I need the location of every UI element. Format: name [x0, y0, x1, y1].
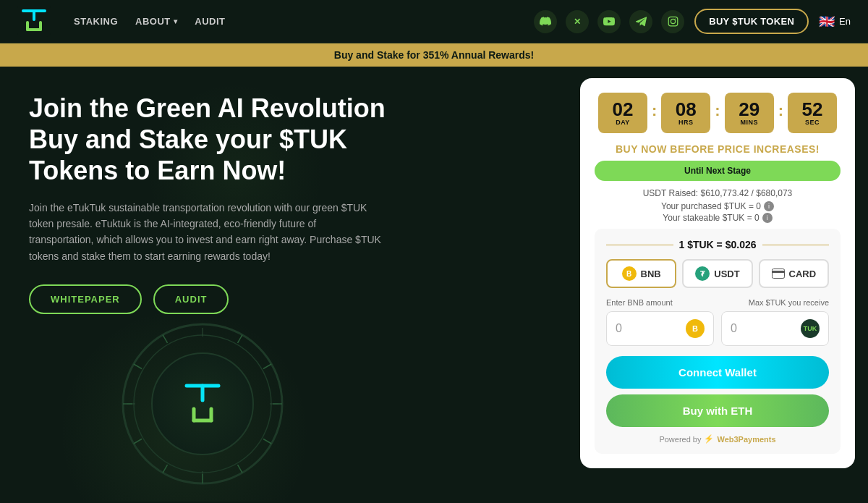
price-divider-left — [606, 245, 673, 245]
chevron-down-icon: ▾ — [174, 17, 178, 25]
purchased-info-icon[interactable]: i — [764, 201, 774, 211]
countdown-sep-1: : — [652, 101, 657, 120]
card-icon — [772, 269, 785, 279]
web3payments-link[interactable]: Web3Payments — [717, 435, 775, 444]
buy-with-eth-button[interactable]: Buy with ETH — [606, 394, 829, 427]
svg-line-25 — [134, 439, 142, 444]
svg-rect-29 — [772, 269, 784, 279]
countdown-days: 02 DAY — [598, 93, 647, 133]
banner-text: Buy and Stake for 351% Annual Rewards! — [334, 49, 534, 61]
tuk-input-box[interactable]: 0 TUK — [721, 311, 829, 346]
countdown-sep-3: : — [778, 101, 783, 120]
flag-icon: 🇬🇧 — [819, 14, 835, 30]
svg-point-17 — [152, 353, 253, 455]
widget-section: 02 DAY : 08 HRS : 29 MINS : 52 SEC — [579, 67, 868, 502]
buy-tuk-button[interactable]: BUY $TUK TOKEN — [694, 9, 809, 34]
purchased-tuk: Your purchased $TUK = 0 i — [595, 201, 841, 211]
usdt-icon: ₮ — [695, 266, 710, 281]
hero-section: Join the Green AI Revolution Buy and Sta… — [0, 67, 579, 502]
progress-bar: Until Next Stage — [595, 161, 841, 181]
bnb-input-icon: B — [686, 319, 705, 338]
nav-links: STAKING ABOUT ▾ AUDIT — [74, 16, 225, 27]
language-label: En — [839, 16, 851, 27]
nav-about[interactable]: ABOUT ▾ — [135, 16, 177, 27]
nav-staking[interactable]: STAKING — [74, 16, 118, 27]
countdown-secs: 52 SEC — [788, 93, 837, 133]
logo[interactable] — [17, 4, 51, 40]
nav-left: STAKING ABOUT ▾ AUDIT — [17, 4, 225, 40]
hero-title: Join the Green AI Revolution Buy and Sta… — [29, 93, 391, 187]
tuk-receive-label: Max $TUK you receive — [749, 298, 829, 307]
svg-line-21 — [263, 439, 271, 444]
countdown-mins-value: 29 — [739, 100, 760, 119]
tab-usdt[interactable]: ₮ USDT — [682, 259, 752, 288]
svg-line-28 — [163, 335, 168, 343]
countdown-days-label: DAY — [616, 119, 630, 126]
language-selector[interactable]: 🇬🇧 En — [819, 14, 851, 30]
bnb-input-box[interactable]: 0 B — [606, 311, 714, 346]
countdown-mins: 29 MINS — [725, 93, 774, 133]
twitter-x-icon[interactable]: ✕ — [566, 10, 589, 33]
countdown-hrs-value: 08 — [676, 100, 697, 119]
discord-icon[interactable] — [534, 10, 557, 33]
countdown-days-value: 02 — [613, 100, 634, 119]
bnb-icon: B — [622, 266, 637, 281]
powered-by: Powered by ⚡ Web3Payments — [606, 434, 829, 444]
announcement-banner: Buy and Stake for 351% Annual Rewards! — [0, 43, 868, 67]
stakeable-info-icon[interactable]: i — [762, 213, 773, 223]
raised-text: USDT Raised: $610,773.42 / $680,073 — [595, 188, 841, 198]
social-icons: ✕ — [534, 10, 684, 33]
input-labels: Enter BNB amount Max $TUK you receive — [606, 298, 829, 307]
countdown-hrs-label: HRS — [678, 119, 694, 126]
svg-line-27 — [134, 364, 142, 369]
price-label: 1 $TUK = $0.026 — [606, 239, 829, 250]
navbar: STAKING ABOUT ▾ AUDIT ✕ — [0, 0, 868, 43]
tuk-input-value: 0 — [731, 322, 737, 335]
presale-widget: 02 DAY : 08 HRS : 29 MINS : 52 SEC — [580, 78, 855, 468]
countdown-mins-label: MINS — [740, 119, 758, 126]
bnb-input-value: 0 — [616, 322, 622, 335]
main-content: Join the Green AI Revolution Buy and Sta… — [0, 67, 868, 502]
countdown-secs-value: 52 — [802, 100, 823, 119]
svg-line-24 — [163, 465, 168, 473]
instagram-icon[interactable] — [661, 10, 684, 33]
telegram-icon[interactable] — [629, 10, 652, 33]
buy-now-text: BUY NOW BEFORE PRICE INCREASES! — [595, 143, 841, 155]
price-divider-right — [762, 245, 830, 245]
connect-wallet-button[interactable]: Connect Wallet — [606, 356, 829, 389]
hero-description: Join the eTukTuk sustainable transportat… — [29, 200, 383, 265]
nav-right: ✕ BUY $TUK TOKEN 🇬🇧 — [534, 9, 851, 34]
svg-rect-30 — [772, 271, 785, 273]
svg-line-19 — [263, 364, 271, 369]
countdown-sep-2: : — [715, 101, 720, 120]
countdown-hrs: 08 HRS — [661, 93, 710, 133]
svg-point-3 — [675, 18, 676, 19]
token-tabs: B BNB ₮ USDT CARD — [606, 259, 829, 288]
svg-rect-1 — [668, 17, 678, 26]
youtube-icon[interactable] — [597, 10, 621, 33]
progress-label: Until Next Stage — [684, 166, 751, 176]
bnb-amount-label: Enter BNB amount — [606, 298, 673, 307]
nav-audit[interactable]: AUDIT — [195, 16, 225, 27]
inputs-row: 0 B 0 TUK — [606, 311, 829, 346]
tuk-input-icon: TUK — [801, 319, 820, 338]
countdown-timer: 02 DAY : 08 HRS : 29 MINS : 52 SEC — [595, 93, 841, 133]
stakeable-tuk: Your stakeable $TUK = 0 i — [595, 213, 841, 223]
web3-icon: ⚡ — [704, 434, 714, 444]
price-box: 1 $TUK = $0.026 B BNB ₮ USDT — [595, 229, 841, 454]
countdown-secs-label: SEC — [805, 119, 820, 126]
tuk-device-illustration — [72, 292, 333, 494]
tab-card[interactable]: CARD — [759, 259, 829, 288]
svg-line-22 — [238, 465, 243, 473]
tab-bnb[interactable]: B BNB — [606, 259, 676, 288]
svg-line-18 — [238, 335, 243, 343]
svg-point-2 — [671, 19, 675, 23]
